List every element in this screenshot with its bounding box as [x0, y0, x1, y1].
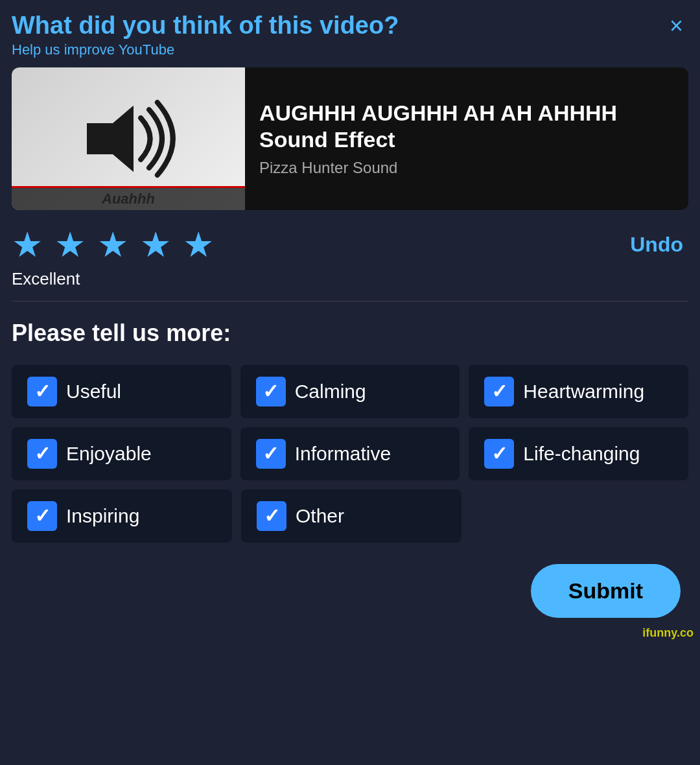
checkbox-label-useful: Useful: [66, 381, 121, 403]
rating-label: Excellent: [12, 269, 688, 289]
star-2[interactable]: ★: [54, 224, 86, 265]
checkbox-row-1: ✓ Useful ✓ Calming ✓ Heartwarming: [12, 365, 688, 418]
checkbox-enjoyable[interactable]: ✓ Enjoyable: [12, 427, 231, 480]
checkmark-inspiring: ✓: [34, 506, 51, 526]
checkboxes-grid: ✓ Useful ✓ Calming ✓ Heartwarming ✓: [12, 365, 688, 543]
checkbox-row-2: ✓ Enjoyable ✓ Informative ✓ Life-changin…: [12, 427, 688, 480]
checkbox-row-3: ✓ Inspiring ✓ Other: [12, 489, 688, 543]
header-subtitle: Help us improve YouTube: [12, 41, 399, 58]
checkbox-label-heartwarming: Heartwarming: [523, 381, 644, 403]
checkbox-box-enjoyable: ✓: [27, 439, 57, 469]
checkbox-heartwarming[interactable]: ✓ Heartwarming: [469, 365, 688, 418]
checkbox-box-calming: ✓: [256, 377, 286, 406]
ifunny-watermark: ifunny.co: [642, 626, 694, 640]
checkbox-inspiring[interactable]: ✓ Inspiring: [12, 489, 232, 543]
svg-marker-0: [87, 105, 134, 171]
checkbox-label-other: Other: [296, 505, 344, 527]
checkmark-calming: ✓: [262, 382, 279, 401]
close-button[interactable]: ×: [664, 12, 688, 40]
checkbox-label-calming: Calming: [295, 381, 366, 403]
page-wrapper: What did you think of this video? Help u…: [0, 0, 700, 644]
checkmark-heartwarming: ✓: [491, 382, 508, 401]
submit-button[interactable]: Submit: [531, 564, 681, 618]
star-4[interactable]: ★: [140, 224, 171, 265]
star-5[interactable]: ★: [183, 224, 214, 265]
video-info: AUGHHH AUGHHH AH AH AHHHH Sound Effect P…: [245, 67, 688, 210]
checkbox-box-useful: ✓: [27, 377, 57, 406]
checkbox-calming[interactable]: ✓ Calming: [240, 365, 460, 418]
checkbox-informative[interactable]: ✓ Informative: [240, 427, 460, 480]
checkbox-life-changing[interactable]: ✓ Life-changing: [469, 427, 688, 480]
video-title: AUGHHH AUGHHH AH AH AHHHH Sound Effect: [259, 100, 674, 153]
checkbox-useful[interactable]: ✓ Useful: [12, 365, 231, 418]
star-1[interactable]: ★: [12, 224, 43, 265]
checkmark-useful: ✓: [34, 382, 51, 401]
checkbox-box-heartwarming: ✓: [484, 377, 514, 406]
video-thumbnail: Auahhh: [12, 67, 245, 210]
thumbnail-label: Auahhh: [12, 186, 245, 210]
star-3[interactable]: ★: [97, 224, 128, 265]
checkmark-informative: ✓: [262, 444, 279, 464]
checkbox-box-other: ✓: [257, 501, 286, 531]
video-card: Auahhh AUGHHH AUGHHH AH AH AHHHH Sound E…: [12, 67, 688, 210]
speaker-icon: [76, 97, 180, 181]
checkbox-box-life-changing: ✓: [484, 439, 514, 469]
header: What did you think of this video? Help u…: [12, 12, 688, 58]
checkbox-label-inspiring: Inspiring: [66, 505, 139, 527]
checkbox-label-informative: Informative: [295, 443, 391, 465]
stars-section: ★ ★ ★ ★ ★ Undo: [12, 224, 688, 265]
checkbox-label-life-changing: Life-changing: [523, 443, 640, 465]
undo-button[interactable]: Undo: [625, 233, 688, 257]
checkbox-other[interactable]: ✓ Other: [241, 489, 461, 543]
checkbox-box-inspiring: ✓: [27, 501, 57, 531]
page-title: What did you think of this video?: [12, 12, 399, 40]
video-channel: Pizza Hunter Sound: [259, 159, 674, 177]
stars-row: ★ ★ ★ ★ ★: [12, 224, 625, 265]
checkmark-enjoyable: ✓: [34, 444, 51, 464]
header-text: What did you think of this video? Help u…: [12, 12, 399, 58]
checkmark-life-changing: ✓: [491, 444, 508, 464]
checkbox-box-informative: ✓: [256, 439, 286, 469]
checkmark-other: ✓: [264, 506, 280, 526]
divider: [12, 301, 688, 301]
section-title: Please tell us more:: [12, 320, 688, 347]
checkbox-label-enjoyable: Enjoyable: [66, 443, 152, 465]
